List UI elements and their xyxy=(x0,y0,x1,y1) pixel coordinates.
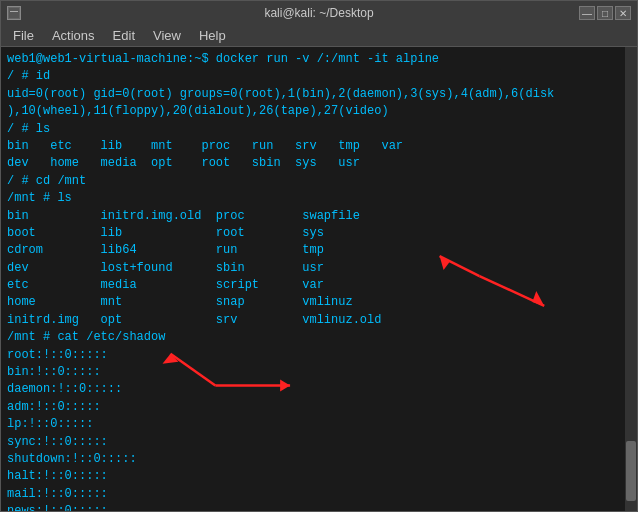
scrollbar[interactable] xyxy=(625,47,637,511)
terminal-line: uid=0(root) gid=0(root) groups=0(root),1… xyxy=(7,87,554,101)
terminal-line: mail:!::0::::: xyxy=(7,487,108,501)
menu-view[interactable]: View xyxy=(145,26,189,45)
title-bar: kali@kali: ~/Desktop — □ ✕ xyxy=(1,1,637,25)
menu-actions[interactable]: Actions xyxy=(44,26,103,45)
terminal-line: halt:!::0::::: xyxy=(7,469,108,483)
terminal-line: web1@web1-virtual-machine:~$ docker run … xyxy=(7,52,439,66)
terminal-line: lp:!::0::::: xyxy=(7,417,93,431)
terminal-line: ),10(wheel),11(floppy),20(dialout),26(ta… xyxy=(7,104,389,118)
terminal-wrapper: web1@web1-virtual-machine:~$ docker run … xyxy=(1,47,625,511)
terminal-line: bin etc lib mnt proc run srv tmp var xyxy=(7,139,403,153)
title-bar-left xyxy=(7,6,21,20)
terminal-line: / # cd /mnt xyxy=(7,174,86,188)
scrollbar-thumb[interactable] xyxy=(626,441,636,501)
minimize-button[interactable]: — xyxy=(579,6,595,20)
terminal-line: /mnt # cat /etc/shadow xyxy=(7,330,165,344)
svg-rect-0 xyxy=(9,8,19,18)
menu-bar: File Actions Edit View Help xyxy=(1,25,637,47)
terminal-line: dev home media opt root sbin sys usr xyxy=(7,156,360,170)
terminal-line: news:!::0::::: xyxy=(7,504,108,511)
terminal-area: web1@web1-virtual-machine:~$ docker run … xyxy=(1,47,637,511)
terminal-line: root:!::0::::: xyxy=(7,348,108,362)
terminal-window: kali@kali: ~/Desktop — □ ✕ File Actions … xyxy=(0,0,638,512)
terminal-line: etc media script var xyxy=(7,278,324,292)
terminal-output[interactable]: web1@web1-virtual-machine:~$ docker run … xyxy=(1,47,625,511)
terminal-line: daemon:!::0::::: xyxy=(7,382,122,396)
window-title: kali@kali: ~/Desktop xyxy=(264,6,373,20)
terminal-line: shutdown:!::0::::: xyxy=(7,452,137,466)
close-button[interactable]: ✕ xyxy=(615,6,631,20)
terminal-line: dev lost+found sbin usr xyxy=(7,261,324,275)
terminal-line: adm:!::0::::: xyxy=(7,400,101,414)
menu-file[interactable]: File xyxy=(5,26,42,45)
terminal-line: bin initrd.img.old proc swapfile xyxy=(7,209,360,223)
terminal-line: home mnt snap vmlinuz xyxy=(7,295,353,309)
maximize-button[interactable]: □ xyxy=(597,6,613,20)
terminal-line: initrd.img opt srv vmlinuz.old xyxy=(7,313,381,327)
terminal-line: / # id xyxy=(7,69,50,83)
terminal-line: cdrom lib64 run tmp xyxy=(7,243,324,257)
menu-edit[interactable]: Edit xyxy=(105,26,143,45)
menu-help[interactable]: Help xyxy=(191,26,234,45)
terminal-line: / # ls xyxy=(7,122,50,136)
terminal-line: sync:!::0::::: xyxy=(7,435,108,449)
svg-rect-1 xyxy=(10,11,18,12)
terminal-line: bin:!::0::::: xyxy=(7,365,101,379)
terminal-line: boot lib root sys xyxy=(7,226,324,240)
window-icon xyxy=(7,6,21,20)
terminal-line: /mnt # ls xyxy=(7,191,72,205)
window-controls: — □ ✕ xyxy=(579,6,631,20)
